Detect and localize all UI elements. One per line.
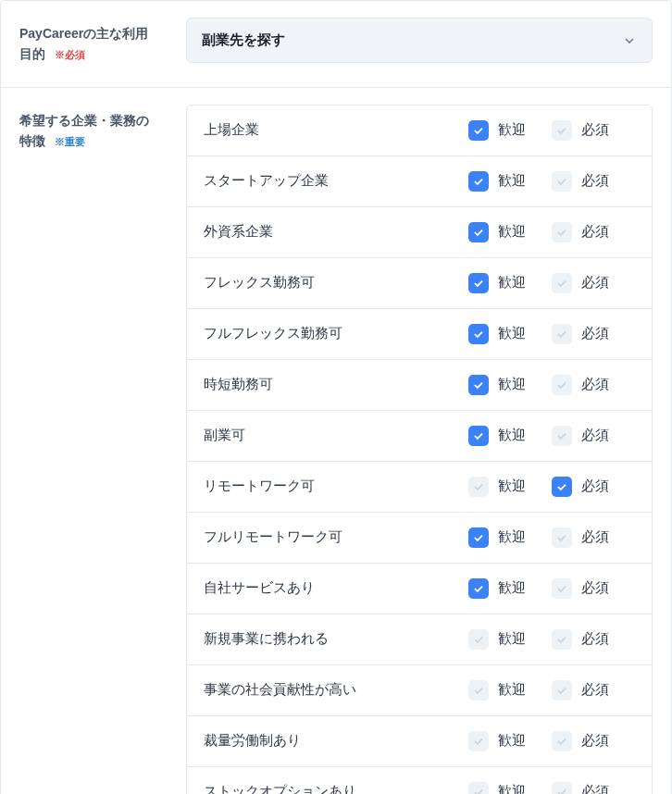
- feature-item: ストックオプションあり歓迎必須: [187, 767, 652, 794]
- purpose-label: PayCareerの主な利用目的 ※必須: [1, 1, 177, 87]
- required-label: 必須: [581, 172, 609, 190]
- welcome-group: 歓迎: [468, 680, 552, 701]
- required-label: 必須: [581, 732, 609, 750]
- welcome-label: 歓迎: [498, 732, 526, 750]
- required-group: 必須: [552, 680, 635, 701]
- welcome-group: 歓迎: [468, 578, 552, 599]
- required-label: 必須: [581, 376, 609, 393]
- required-checkbox[interactable]: [552, 222, 572, 242]
- welcome-group: 歓迎: [468, 375, 552, 395]
- welcome-group: 歓迎: [468, 222, 552, 242]
- welcome-group: 歓迎: [468, 782, 552, 794]
- welcome-checkbox[interactable]: [468, 629, 489, 650]
- welcome-label: 歓迎: [498, 172, 526, 190]
- welcome-label: 歓迎: [498, 783, 526, 794]
- feature-name: スタートアップ企業: [204, 172, 468, 190]
- required-checkbox[interactable]: [552, 171, 572, 192]
- welcome-group: 歓迎: [468, 477, 552, 497]
- required-checkbox[interactable]: [552, 680, 572, 701]
- required-group: 必須: [552, 222, 635, 242]
- welcome-checkbox[interactable]: [468, 171, 489, 192]
- welcome-label: 歓迎: [498, 630, 526, 648]
- welcome-checkbox[interactable]: [468, 477, 489, 497]
- welcome-checkbox[interactable]: [468, 782, 489, 794]
- feature-item: 外資系企業歓迎必須: [187, 207, 652, 258]
- required-label: 必須: [581, 528, 609, 546]
- purpose-select[interactable]: 副業先を探す: [186, 18, 653, 63]
- welcome-checkbox[interactable]: [468, 222, 489, 242]
- welcome-checkbox[interactable]: [468, 375, 489, 395]
- welcome-checkbox[interactable]: [468, 680, 489, 701]
- welcome-checkbox[interactable]: [468, 120, 489, 141]
- features-label: 希望する企業・業務の特徴 ※重要: [1, 88, 177, 794]
- required-label: 必須: [581, 630, 609, 648]
- welcome-label: 歓迎: [498, 325, 526, 342]
- required-checkbox[interactable]: [552, 731, 572, 751]
- required-label: 必須: [581, 783, 609, 794]
- required-label: 必須: [581, 681, 609, 699]
- welcome-group: 歓迎: [468, 731, 552, 751]
- feature-list: 上場企業歓迎必須スタートアップ企業歓迎必須外資系企業歓迎必須フレックス勤務可歓迎…: [186, 105, 653, 794]
- required-checkbox[interactable]: [552, 273, 572, 293]
- welcome-checkbox[interactable]: [468, 324, 489, 344]
- feature-name: 自社サービスあり: [204, 579, 468, 597]
- welcome-group: 歓迎: [468, 629, 552, 650]
- required-label: 必須: [581, 121, 609, 139]
- required-group: 必須: [552, 120, 635, 141]
- feature-item: 副業可歓迎必須: [187, 411, 652, 462]
- feature-name: 副業可: [204, 427, 468, 444]
- required-group: 必須: [552, 477, 635, 497]
- feature-item: スタートアップ企業歓迎必須: [187, 156, 652, 207]
- required-checkbox[interactable]: [552, 477, 572, 497]
- feature-name: 裁量労働制あり: [204, 732, 468, 750]
- welcome-group: 歓迎: [468, 171, 552, 192]
- welcome-label: 歓迎: [498, 681, 526, 699]
- feature-name: リモートワーク可: [204, 478, 468, 495]
- welcome-group: 歓迎: [468, 527, 552, 548]
- welcome-label: 歓迎: [498, 274, 526, 292]
- required-label: 必須: [581, 478, 609, 495]
- welcome-label: 歓迎: [498, 376, 526, 393]
- welcome-label: 歓迎: [498, 579, 526, 597]
- required-checkbox[interactable]: [552, 375, 572, 395]
- feature-name: 事業の社会貢献性が高い: [204, 681, 468, 699]
- feature-item: フレックス勤務可歓迎必須: [187, 258, 652, 309]
- welcome-checkbox[interactable]: [468, 273, 489, 293]
- required-checkbox[interactable]: [552, 527, 572, 548]
- feature-name: 時短勤務可: [204, 376, 468, 393]
- welcome-label: 歓迎: [498, 223, 526, 241]
- feature-name: 上場企業: [204, 121, 468, 139]
- feature-name: フレックス勤務可: [204, 274, 468, 292]
- purpose-selected-value: 副業先を探す: [202, 31, 285, 49]
- feature-name: ストックオプションあり: [204, 783, 468, 794]
- welcome-label: 歓迎: [498, 121, 526, 139]
- required-group: 必須: [552, 171, 635, 192]
- welcome-group: 歓迎: [468, 273, 552, 293]
- required-label: 必須: [581, 223, 609, 241]
- required-checkbox[interactable]: [552, 120, 572, 141]
- required-group: 必須: [552, 375, 635, 395]
- feature-item: 事業の社会貢献性が高い歓迎必須: [187, 665, 652, 716]
- required-group: 必須: [552, 782, 635, 794]
- required-group: 必須: [552, 527, 635, 548]
- welcome-group: 歓迎: [468, 426, 552, 446]
- required-checkbox[interactable]: [552, 578, 572, 599]
- welcome-checkbox[interactable]: [468, 426, 489, 446]
- chevron-down-icon: [622, 33, 637, 48]
- required-group: 必須: [552, 324, 635, 344]
- feature-item: リモートワーク可歓迎必須: [187, 462, 652, 513]
- required-label: 必須: [581, 325, 609, 342]
- required-checkbox[interactable]: [552, 324, 572, 344]
- feature-name: フルリモートワーク可: [204, 528, 468, 546]
- welcome-checkbox[interactable]: [468, 578, 489, 599]
- required-checkbox[interactable]: [552, 782, 572, 794]
- welcome-checkbox[interactable]: [468, 527, 489, 548]
- feature-name: 新規事業に携われる: [204, 630, 468, 648]
- required-checkbox[interactable]: [552, 426, 572, 446]
- feature-item: 時短勤務可歓迎必須: [187, 360, 652, 411]
- required-checkbox[interactable]: [552, 629, 572, 650]
- required-group: 必須: [552, 273, 635, 293]
- feature-name: 外資系企業: [204, 223, 468, 241]
- required-group: 必須: [552, 578, 635, 599]
- welcome-checkbox[interactable]: [468, 731, 489, 751]
